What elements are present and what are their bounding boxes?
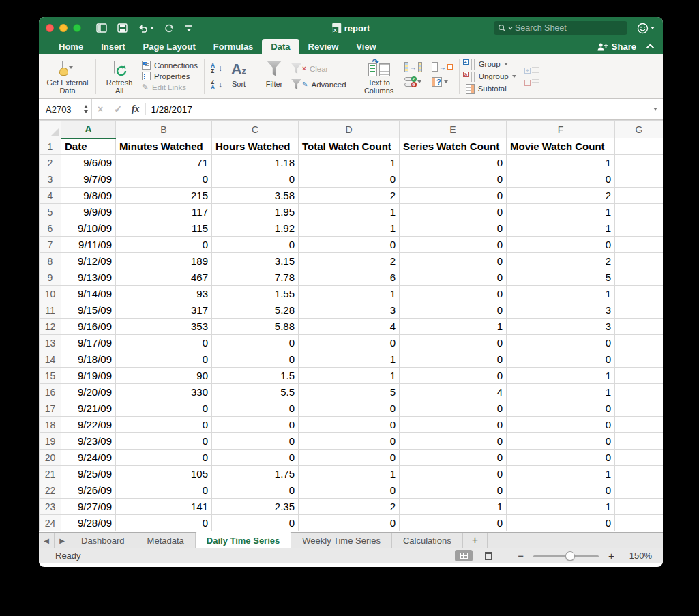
cell[interactable]: 0 bbox=[116, 335, 212, 351]
cell[interactable]: 71 bbox=[116, 155, 212, 171]
cell[interactable]: 1 bbox=[299, 466, 400, 482]
cell[interactable]: 0 bbox=[400, 351, 507, 368]
row-header-16[interactable]: 16 bbox=[40, 384, 61, 400]
cell[interactable]: 9/21/09 bbox=[61, 400, 116, 417]
cell[interactable]: 0 bbox=[507, 515, 615, 531]
cell[interactable]: 0 bbox=[116, 515, 212, 531]
tab-formulas[interactable]: Formulas bbox=[205, 39, 263, 54]
formula-input[interactable]: 1/28/2017 bbox=[151, 104, 192, 115]
tab-home[interactable]: Home bbox=[50, 39, 92, 54]
cell[interactable]: 3.58 bbox=[212, 188, 299, 204]
zoom-level[interactable]: 150% bbox=[629, 551, 652, 561]
cell[interactable]: 0 bbox=[212, 417, 299, 433]
cell[interactable]: 0 bbox=[400, 417, 507, 433]
advanced-filter-button[interactable]: ✎ Advanced bbox=[291, 79, 346, 89]
cell[interactable]: 0 bbox=[116, 417, 212, 433]
cell[interactable]: 0 bbox=[400, 188, 507, 204]
row-header-21[interactable]: 21 bbox=[40, 466, 61, 482]
search-input[interactable]: Search Sheet bbox=[494, 21, 627, 35]
cell[interactable] bbox=[615, 466, 664, 482]
cell[interactable]: 9/22/09 bbox=[61, 417, 116, 433]
zoom-slider[interactable] bbox=[533, 551, 599, 561]
cell[interactable]: 0 bbox=[212, 237, 299, 253]
consolidate-button[interactable]: → bbox=[404, 62, 422, 72]
cell[interactable]: 0 bbox=[507, 351, 615, 368]
cell[interactable]: 0 bbox=[116, 237, 212, 253]
cell[interactable]: 4 bbox=[400, 384, 507, 400]
cell[interactable]: 5.5 bbox=[212, 384, 299, 400]
cell[interactable]: 0 bbox=[400, 253, 507, 269]
name-box-stepper[interactable] bbox=[84, 105, 88, 113]
cell[interactable]: Minutes Watched bbox=[116, 138, 212, 155]
cell[interactable]: 5.28 bbox=[212, 302, 299, 319]
cell[interactable]: 9/7/09 bbox=[61, 171, 116, 188]
cell[interactable]: 1 bbox=[507, 368, 615, 384]
cell[interactable] bbox=[615, 515, 664, 531]
cell[interactable]: 2 bbox=[299, 188, 400, 204]
cell[interactable]: Date bbox=[61, 138, 116, 155]
cell[interactable] bbox=[615, 286, 664, 302]
cell[interactable]: 0 bbox=[116, 482, 212, 499]
cell[interactable]: 330 bbox=[116, 384, 212, 400]
worksheet-grid[interactable]: ABCDEFG 1DateMinutes WatchedHours Watche… bbox=[39, 120, 663, 532]
cell[interactable]: 0 bbox=[116, 351, 212, 368]
redo-button[interactable] bbox=[164, 24, 174, 33]
cell[interactable]: 9/27/09 bbox=[61, 499, 116, 515]
zoom-slider-knob[interactable] bbox=[565, 551, 575, 561]
column-header-c[interactable]: C bbox=[212, 121, 299, 138]
cell[interactable]: 3 bbox=[507, 302, 615, 319]
cell[interactable] bbox=[615, 220, 664, 237]
cell[interactable]: 93 bbox=[116, 286, 212, 302]
tab-page-layout[interactable]: Page Layout bbox=[134, 39, 205, 54]
column-header-b[interactable]: B bbox=[116, 121, 212, 138]
cell[interactable] bbox=[615, 237, 664, 253]
cell[interactable]: 0 bbox=[400, 433, 507, 450]
cell[interactable]: 9/10/09 bbox=[61, 220, 116, 237]
cell[interactable]: 1 bbox=[400, 499, 507, 515]
cell[interactable]: 3 bbox=[299, 302, 400, 319]
undo-dropdown-caret-icon[interactable] bbox=[150, 27, 154, 29]
cell[interactable]: 9/16/09 bbox=[61, 319, 116, 335]
cell[interactable]: 9/11/09 bbox=[61, 237, 116, 253]
cell[interactable]: 0 bbox=[507, 433, 615, 450]
tab-view[interactable]: View bbox=[347, 39, 385, 54]
cell[interactable]: 0 bbox=[212, 433, 299, 450]
cell[interactable] bbox=[615, 417, 664, 433]
cell[interactable]: 1 bbox=[507, 220, 615, 237]
cell[interactable]: 1 bbox=[507, 204, 615, 220]
save-icon[interactable] bbox=[117, 23, 128, 33]
cell[interactable] bbox=[615, 188, 664, 204]
cell[interactable]: 0 bbox=[507, 417, 615, 433]
formula-bar-expand-caret-icon[interactable] bbox=[653, 108, 657, 111]
cell[interactable]: Total Watch Count bbox=[299, 138, 400, 155]
cell[interactable]: 0 bbox=[400, 269, 507, 286]
cell[interactable]: 317 bbox=[116, 302, 212, 319]
row-header-17[interactable]: 17 bbox=[40, 400, 61, 417]
cell[interactable]: 9/6/09 bbox=[61, 155, 116, 171]
share-button[interactable]: Share bbox=[597, 42, 636, 52]
smiley-dropdown-caret-icon[interactable] bbox=[651, 27, 655, 29]
cell[interactable]: 1.18 bbox=[212, 155, 299, 171]
page-layout-view-button[interactable] bbox=[479, 550, 497, 561]
row-header-9[interactable]: 9 bbox=[40, 269, 61, 286]
cell[interactable]: 9/15/09 bbox=[61, 302, 116, 319]
cell[interactable]: 1.92 bbox=[212, 220, 299, 237]
cell[interactable]: 0 bbox=[299, 515, 400, 531]
cell[interactable]: 9/18/09 bbox=[61, 351, 116, 368]
cell[interactable]: 2.35 bbox=[212, 499, 299, 515]
cell[interactable]: 1 bbox=[299, 220, 400, 237]
cell[interactable]: 0 bbox=[299, 171, 400, 188]
row-header-19[interactable]: 19 bbox=[40, 433, 61, 450]
row-header-6[interactable]: 6 bbox=[40, 220, 61, 237]
sheet-nav-left-icon[interactable]: ◀ bbox=[39, 533, 55, 548]
row-header-5[interactable]: 5 bbox=[40, 204, 61, 220]
ungroup-button[interactable]: ⊘ Ungroup bbox=[466, 72, 516, 82]
cell[interactable]: 1.95 bbox=[212, 204, 299, 220]
sheet-tab-calculations[interactable]: Calculations bbox=[392, 533, 463, 548]
zoom-in-button[interactable]: + bbox=[608, 550, 614, 561]
data-validation-button[interactable]: ✓ ⊘ bbox=[404, 77, 422, 87]
cell[interactable]: 2 bbox=[299, 253, 400, 269]
cell[interactable]: 0 bbox=[400, 515, 507, 531]
cell[interactable]: 9/17/09 bbox=[61, 335, 116, 351]
cell[interactable]: 189 bbox=[116, 253, 212, 269]
